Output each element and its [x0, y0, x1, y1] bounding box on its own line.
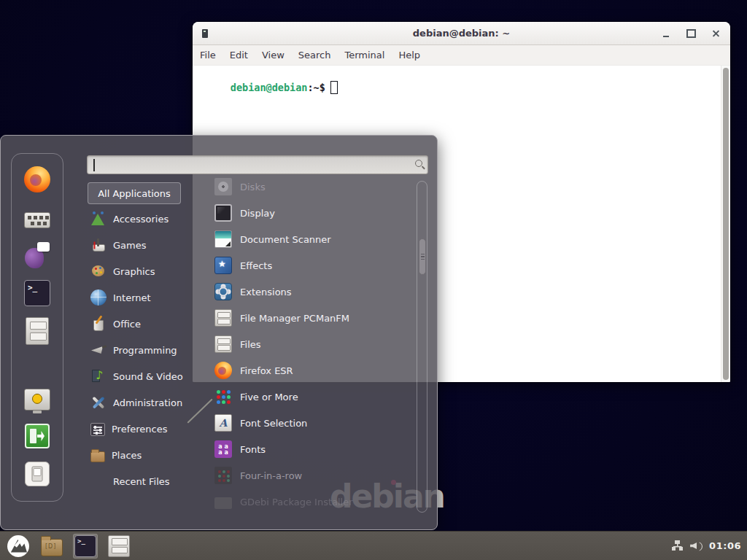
- category-list: Accessories Games Graphics Internet Offi…: [88, 206, 204, 494]
- search-input[interactable]: [88, 156, 427, 174]
- text-caret: [93, 159, 95, 171]
- soundvideo-icon: [90, 368, 107, 384]
- terminal-title: debian@debian: ~: [193, 28, 730, 39]
- session-button[interactable]: [23, 460, 51, 488]
- fiveormore-icon: [214, 388, 232, 405]
- cabinet-icon: [108, 535, 130, 557]
- menu-scrollbar-thumb[interactable]: [419, 238, 426, 275]
- category-item[interactable]: Internet: [88, 284, 204, 311]
- application-item[interactable]: Extensions: [206, 279, 408, 305]
- fonts-icon: [214, 440, 232, 458]
- minimize-button[interactable]: [657, 25, 675, 42]
- favorites-group: [23, 166, 51, 345]
- taskbar-launcher[interactable]: [107, 534, 131, 559]
- taskbar-launchers: [39, 534, 131, 559]
- favorite-launcher[interactable]: [23, 203, 51, 231]
- taskbar: 01:06: [0, 531, 747, 560]
- category-item[interactable]: Office: [88, 311, 204, 337]
- disks-icon: [214, 178, 232, 195]
- prompt-user: debian@debian: [231, 82, 308, 93]
- fourinarow-icon: [214, 467, 232, 484]
- favorite-launcher[interactable]: [23, 279, 51, 307]
- terminal-titlebar[interactable]: debian@debian: ~: [193, 22, 730, 45]
- favorites-column: [11, 153, 63, 502]
- menu-button[interactable]: [6, 534, 31, 559]
- application-item[interactable]: Disks: [206, 174, 408, 200]
- fontselection-icon: [214, 414, 232, 432]
- favorite-launcher[interactable]: [23, 317, 51, 345]
- preferences-icon: [90, 423, 105, 436]
- favorite-launcher[interactable]: [23, 166, 51, 193]
- folder-icon: [41, 539, 63, 556]
- category-item[interactable]: Recent Files: [88, 468, 204, 494]
- menubar-item[interactable]: Search: [298, 50, 331, 61]
- category-item[interactable]: Preferences: [88, 416, 204, 442]
- office-icon: [90, 316, 107, 332]
- application-item[interactable]: Four-in-a-row: [206, 462, 408, 489]
- menubar-item[interactable]: Help: [398, 50, 420, 61]
- taskbar-launcher[interactable]: [73, 534, 98, 559]
- docscanner-icon: [214, 230, 232, 248]
- firefox-icon: [214, 362, 232, 379]
- lockscreen-icon: [24, 389, 50, 411]
- maximize-button[interactable]: [682, 25, 700, 42]
- gdebi-icon: [214, 497, 232, 509]
- application-item[interactable]: GDebi Package Installer: [206, 489, 408, 515]
- menubar-item[interactable]: Edit: [230, 50, 248, 61]
- application-item[interactable]: Font Selection: [206, 410, 408, 436]
- internet-icon: [90, 289, 107, 306]
- terminal-scrollbar-thumb[interactable]: [723, 68, 729, 380]
- session-button[interactable]: [23, 422, 51, 450]
- keyboard-icon: [24, 212, 50, 228]
- category-item[interactable]: Graphics: [88, 258, 204, 284]
- search-icon: [415, 160, 422, 167]
- terminal-menubar: FileEditViewSearchTerminalHelp: [193, 45, 730, 66]
- terminal-cursor: [330, 81, 338, 94]
- logout-icon: [25, 424, 50, 448]
- graphics-icon: [90, 263, 107, 279]
- network-icon[interactable]: [671, 540, 684, 552]
- volume-icon[interactable]: [690, 540, 703, 552]
- category-item[interactable]: Accessories: [88, 206, 204, 232]
- places-icon: [90, 451, 105, 462]
- administration-icon: [90, 394, 107, 411]
- menu-search-box[interactable]: [87, 155, 428, 174]
- close-button[interactable]: [707, 25, 724, 42]
- terminal-icon: [74, 535, 96, 557]
- games-icon: [90, 237, 107, 253]
- accessories-icon: [90, 211, 107, 227]
- category-item[interactable]: Games: [88, 232, 204, 258]
- application-item[interactable]: Fonts: [206, 436, 408, 462]
- terminal-window-icon: [202, 29, 208, 38]
- clock[interactable]: 01:06: [709, 540, 741, 551]
- display-icon: [214, 204, 232, 222]
- category-item[interactable]: Programming: [88, 337, 204, 363]
- prompt-suffix: :~$: [307, 82, 325, 93]
- application-item[interactable]: Firefox ESR: [206, 357, 408, 384]
- application-item[interactable]: Files: [206, 331, 408, 357]
- category-item[interactable]: Administration: [88, 389, 204, 416]
- cabinet-icon: [214, 335, 232, 353]
- session-button[interactable]: [23, 384, 51, 412]
- application-item[interactable]: Document Scanner: [206, 226, 408, 252]
- category-item[interactable]: Sound & Video: [88, 363, 204, 389]
- menubtn-icon: [7, 535, 29, 557]
- menu-scrollbar[interactable]: [417, 181, 427, 513]
- application-menu: All Applications Accessories Games Graph…: [0, 135, 438, 530]
- terminal-icon: [24, 280, 50, 306]
- application-item[interactable]: Effects: [206, 252, 408, 279]
- favorite-launcher[interactable]: [23, 241, 51, 269]
- firefox-icon: [24, 166, 50, 192]
- all-applications-button[interactable]: All Applications: [88, 182, 181, 204]
- application-item[interactable]: Display: [206, 200, 408, 226]
- application-list: Disks Display Document Scanner Effects E…: [206, 174, 408, 516]
- terminal-scrollbar[interactable]: [721, 66, 730, 382]
- application-item[interactable]: File Manager PCManFM: [206, 305, 408, 331]
- effects-icon: [214, 257, 232, 274]
- menubar-item[interactable]: View: [262, 50, 285, 61]
- menubar-item[interactable]: Terminal: [344, 50, 384, 61]
- taskbar-launcher[interactable]: [39, 534, 64, 559]
- menubar-item[interactable]: File: [200, 50, 216, 61]
- category-item[interactable]: Places: [88, 442, 204, 468]
- application-item[interactable]: Five or More: [206, 384, 408, 410]
